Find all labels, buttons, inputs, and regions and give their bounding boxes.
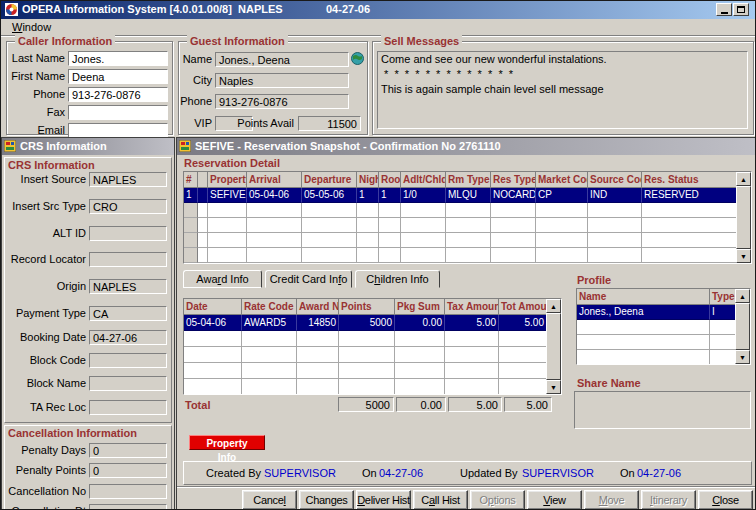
- insert-source-field[interactable]: NAPLES: [89, 172, 167, 187]
- award-row-empty[interactable]: [184, 347, 546, 363]
- col-date: Date: [184, 299, 242, 315]
- award-row-empty[interactable]: [184, 331, 546, 347]
- updated-on-value: 04-27-06: [637, 467, 681, 479]
- guest-information-title: Guest Information: [187, 35, 288, 47]
- sell-messages-group: Sell Messages Come and see our new wonde…: [372, 41, 754, 135]
- record-locator-field[interactable]: [89, 252, 167, 267]
- email-field[interactable]: [68, 123, 168, 138]
- crs-window-title: CRS Information: [20, 140, 107, 152]
- alt-id-label: ALT ID: [2, 227, 86, 239]
- tab-award-info[interactable]: Award Info: [183, 270, 262, 288]
- penalty-points-field[interactable]: 0: [89, 463, 167, 478]
- reservation-row-empty[interactable]: [184, 248, 736, 263]
- booking-date-label: Booking Date: [2, 331, 86, 343]
- penalty-points-label: Penalty Points: [2, 464, 86, 476]
- created-by-value: SUPERVISOR: [264, 467, 336, 479]
- profile-row-selected[interactable]: Jones., Deena I: [577, 305, 735, 320]
- globe-icon[interactable]: [351, 52, 364, 65]
- cancellation-no-field[interactable]: [89, 484, 167, 499]
- guest-name-field[interactable]: Jones., Deena: [215, 52, 349, 67]
- caller-phone-field[interactable]: 913-276-0876: [68, 87, 168, 102]
- property-info-button[interactable]: Property Info: [189, 435, 265, 450]
- col-res-status: Res. Status: [642, 172, 738, 188]
- reservation-row-selected[interactable]: 1 SEFIVE05-04-06 05-05-061 11/0 MLQUNOCA…: [184, 188, 736, 203]
- col-room: Roon: [379, 172, 401, 188]
- crs-window-body: CRS Information Insert Source NAPLES Ins…: [2, 155, 174, 510]
- cancel-button[interactable]: Cancel: [242, 490, 297, 510]
- menu-window[interactable]: Window: [8, 20, 55, 34]
- created-by-label: Created By: [206, 467, 261, 479]
- block-code-field[interactable]: [89, 353, 167, 368]
- last-name-field[interactable]: Jones.: [68, 51, 168, 66]
- col-name: Name: [577, 289, 710, 305]
- scroll-up-icon[interactable]: ▲: [735, 289, 750, 303]
- profile-table-scrollbar[interactable]: ▲ ▼: [735, 289, 750, 364]
- profile-row-empty[interactable]: [577, 320, 735, 335]
- updated-by-label: Updated By: [460, 467, 517, 479]
- scroll-up-icon[interactable]: ▲: [736, 172, 751, 186]
- caller-information-title: Caller Information: [15, 35, 115, 47]
- points-avail-field[interactable]: 11500: [298, 116, 361, 131]
- col-market-code: Market Code: [536, 172, 588, 188]
- block-code-label: Block Code: [2, 354, 86, 366]
- profile-row-empty[interactable]: [577, 350, 735, 365]
- opera-application-window: OPERA Information System [4.0.01.00/8] N…: [0, 0, 756, 510]
- penalty-days-field[interactable]: 0: [89, 443, 167, 458]
- cancellation-dt-field[interactable]: [89, 504, 167, 510]
- itinerary-button: Itinerary: [641, 490, 696, 510]
- snapshot-window-titlebar: SEFIVE - Reservation Snapshot - Confirma…: [177, 138, 756, 155]
- call-hist-button[interactable]: Call Hist: [413, 490, 468, 510]
- reservation-row-empty[interactable]: [184, 203, 736, 218]
- share-name-field[interactable]: [574, 391, 751, 429]
- reservation-table-scrollbar[interactable]: ▲ ▼: [736, 172, 751, 263]
- scroll-down-icon[interactable]: ▼: [736, 249, 751, 263]
- first-name-field[interactable]: Deena: [68, 69, 168, 84]
- crs-information-window: CRS Information CRS Information Insert S…: [1, 137, 175, 510]
- tab-children-info[interactable]: Children Info: [355, 270, 440, 288]
- alt-id-field[interactable]: [89, 226, 167, 241]
- ta-rec-loc-field[interactable]: [89, 400, 167, 415]
- payment-type-field[interactable]: CA: [89, 306, 167, 321]
- scroll-thumb[interactable]: [735, 303, 750, 350]
- col-selector: [198, 172, 208, 188]
- reservation-row-empty[interactable]: [184, 218, 736, 233]
- caller-phone-label: Phone: [7, 88, 65, 100]
- created-on-label: On: [362, 467, 377, 479]
- sell-message-line: This is again sample chain level sell me…: [381, 82, 744, 97]
- col-property: Property: [208, 172, 247, 188]
- reservation-detail-label: Reservation Detail: [184, 157, 280, 169]
- col-tot-amount: Tot Amount: [499, 299, 547, 315]
- profile-row-empty[interactable]: [577, 335, 735, 350]
- reservation-row-empty[interactable]: [184, 233, 736, 248]
- snapshot-window-body: Reservation Detail # Property Arrival De…: [177, 155, 756, 510]
- origin-field[interactable]: NAPLES: [89, 279, 167, 294]
- scroll-thumb[interactable]: [736, 186, 751, 249]
- created-on-value: 04-27-06: [379, 467, 423, 479]
- changes-button[interactable]: Changes: [299, 490, 354, 510]
- total-tax-amount: 5.00: [448, 397, 502, 412]
- deliver-hist-button[interactable]: Deliver Hist: [356, 490, 411, 510]
- guest-phone-field[interactable]: 913-276-0876: [215, 94, 349, 109]
- scroll-down-icon[interactable]: ▼: [546, 380, 561, 394]
- payment-type-label: Payment Type: [2, 307, 86, 319]
- block-name-field[interactable]: [89, 376, 167, 391]
- award-row-selected[interactable]: 05-04-06 AWARD5 14850 5000 0.00 5.00 5.0…: [184, 315, 546, 331]
- insert-src-type-field[interactable]: CRO: [89, 199, 167, 214]
- booking-date-field[interactable]: 04-27-06: [89, 330, 167, 345]
- snapshot-window-icon: [179, 140, 191, 152]
- award-row-empty[interactable]: [184, 379, 546, 395]
- scroll-up-icon[interactable]: ▲: [546, 299, 561, 313]
- col-award-no: Award No: [297, 299, 339, 315]
- award-row-empty[interactable]: [184, 363, 546, 379]
- view-button[interactable]: View: [527, 490, 582, 510]
- close-button[interactable]: Close: [698, 490, 753, 510]
- fax-field[interactable]: [68, 105, 168, 120]
- scroll-thumb[interactable]: [546, 313, 561, 380]
- maximize-button[interactable]: [733, 3, 749, 16]
- scroll-down-icon[interactable]: ▼: [735, 350, 750, 364]
- city-field[interactable]: Naples: [215, 73, 349, 88]
- total-label: Total: [185, 399, 210, 411]
- tab-credit-card-info[interactable]: Credit Card Info: [265, 270, 352, 288]
- minimize-button[interactable]: [716, 3, 732, 16]
- award-table-scrollbar[interactable]: ▲ ▼: [546, 299, 561, 394]
